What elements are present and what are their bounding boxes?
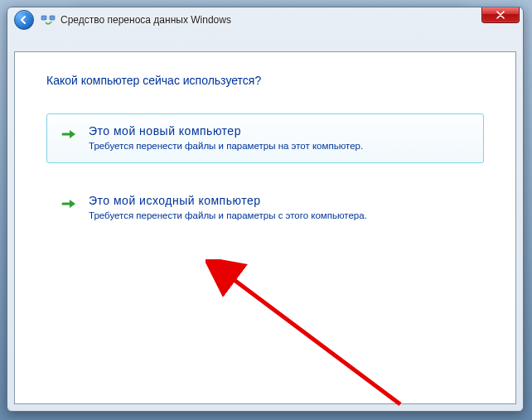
svg-marker-3 [70, 130, 75, 138]
option-title: Это мой новый компьютер [89, 124, 470, 138]
svg-line-6 [229, 276, 400, 404]
close-icon [496, 11, 505, 19]
option-description: Требуется перенести файлы и параметры с … [89, 210, 470, 220]
option-description: Требуется перенести файлы и параметры на… [89, 141, 470, 151]
page-heading: Какой компьютер сейчас используется? [46, 74, 484, 87]
back-arrow-icon [19, 15, 29, 25]
titlebar: Средство переноса данных Windows [7, 7, 523, 32]
wizard-window: Средство переноса данных Windows Какой к… [7, 7, 524, 412]
close-button[interactable] [481, 7, 520, 23]
svg-marker-4 [70, 200, 75, 208]
window-title: Средство переноса данных Windows [60, 14, 231, 26]
app-icon [41, 13, 56, 27]
annotation-arrow-icon [206, 259, 421, 412]
arrow-right-icon [60, 196, 77, 212]
option-new-computer[interactable]: Это мой новый компьютер Требуется перене… [46, 113, 484, 163]
option-title: Это мой исходный компьютер [89, 194, 470, 207]
back-button[interactable] [14, 10, 34, 30]
svg-rect-0 [41, 16, 46, 20]
option-old-computer[interactable]: Это мой исходный компьютер Требуется пер… [46, 183, 484, 233]
content-panel: Какой компьютер сейчас используется? Это… [14, 51, 516, 404]
arrow-right-icon [60, 126, 77, 142]
svg-rect-1 [50, 16, 55, 20]
